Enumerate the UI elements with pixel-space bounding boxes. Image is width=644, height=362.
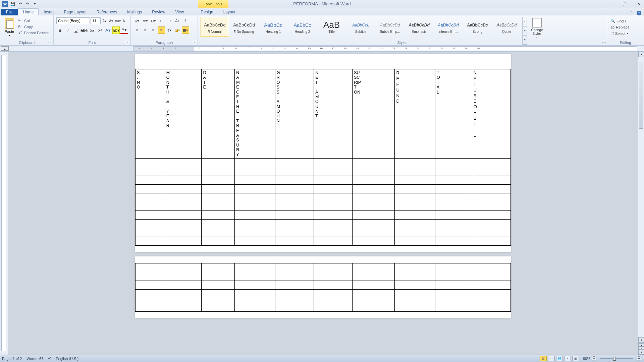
zoom-out-button[interactable]: − [592, 356, 596, 361]
clipboard-dialog-launcher[interactable]: ↘ [49, 41, 52, 44]
tab-home[interactable]: Home [18, 8, 39, 15]
proofing-icon[interactable]: ✔ [48, 356, 51, 361]
style-item-heading-2[interactable]: AaBbCcHeading 2 [288, 17, 317, 37]
language-status[interactable]: English (U.S.) [56, 357, 78, 361]
qat-more-icon[interactable]: ▾ [32, 1, 38, 7]
multilevel-list-button[interactable]: ⊟▾ [150, 17, 157, 24]
find-button[interactable]: 🔍Find▾ [610, 18, 641, 24]
style-item-heading-1[interactable]: AaBbCcHeading 1 [259, 17, 287, 37]
tab-references[interactable]: References [92, 8, 122, 15]
document-table-2[interactable] [135, 263, 511, 312]
word-app-icon[interactable]: W [2, 1, 8, 7]
style-item--normal[interactable]: AaBbCcDd¶ Normal [201, 17, 229, 37]
table-header-cell[interactable]: NATUREOFBILL [472, 69, 511, 159]
table-header-cell[interactable]: GROSS AMOUNT [275, 69, 314, 159]
zoom-slider-thumb[interactable] [613, 357, 616, 361]
page-viewport[interactable]: S.NOMONTH & YEARDATENAMEOFTHE TREASURYGR… [8, 52, 638, 355]
full-screen-view[interactable]: ▭ [548, 356, 555, 361]
web-layout-view[interactable]: 🌐 [556, 356, 563, 361]
table-header-cell[interactable]: NAMEOFTHE TREASURY [235, 69, 275, 159]
tab-selector[interactable]: L [1, 46, 9, 51]
font-name-select[interactable] [56, 17, 90, 24]
maximize-button[interactable]: ▢ [621, 1, 629, 7]
next-page-button[interactable]: ▾ [638, 349, 644, 355]
bold-button[interactable]: B [56, 26, 64, 34]
outline-view[interactable]: ≡ [564, 356, 571, 361]
align-center-button[interactable]: ≡ [142, 26, 149, 34]
clear-formatting-button[interactable]: Aͯ [121, 17, 127, 24]
document-table[interactable]: S.NOMONTH & YEARDATENAMEOFTHE TREASURYGR… [135, 69, 511, 246]
font-color-button[interactable]: A▾ [120, 26, 128, 34]
save-icon[interactable]: 💾 [10, 1, 15, 7]
font-dialog-launcher[interactable]: ↘ [126, 41, 129, 44]
style-item-emphasis[interactable]: AaBbCcDdEmphasis [405, 17, 433, 37]
style-item-title[interactable]: AaBTitle [317, 17, 346, 37]
style-item-quote[interactable]: AaBbCcDdQuote [492, 17, 521, 37]
text-effects-button[interactable]: A▾ [104, 26, 112, 34]
zoom-in-button[interactable]: + [637, 356, 641, 361]
decrease-indent-button[interactable]: ⇤ [158, 17, 165, 24]
style-item-strong[interactable]: AaBbCcDcStrong [463, 17, 492, 37]
change-case-button[interactable]: Aa▾ [115, 17, 121, 24]
zoom-level[interactable]: 80% [583, 357, 590, 361]
align-right-button[interactable]: ≡ [150, 26, 157, 34]
close-button[interactable]: ✕ [635, 1, 643, 7]
style-item-subtle-emp-[interactable]: AaBbCcDdSubtle Emp... [376, 17, 404, 37]
browse-object-buttons[interactable]: ▴○ [638, 343, 644, 349]
horizontal-ruler[interactable]: 1234567891011121314151617181920212223242… [133, 46, 637, 51]
bullets-button[interactable]: ≡▾ [133, 17, 141, 24]
style-item-subtitle[interactable]: AaBbCcLSubtitle [346, 17, 375, 37]
strikethrough-button[interactable]: abc [80, 26, 88, 34]
font-size-select[interactable] [91, 17, 101, 24]
replace-button[interactable]: abReplace [610, 24, 641, 30]
scroll-up-button[interactable]: ▴ [638, 52, 644, 57]
table-header-cell[interactable]: SUSCRIPTION [353, 69, 395, 159]
table-header-cell[interactable]: TOTAL [435, 69, 472, 159]
page-status[interactable]: Page: 1 of 2 [2, 357, 22, 361]
word-count[interactable]: Words: 67 [26, 357, 43, 361]
grow-font-button[interactable]: A▴ [101, 17, 107, 24]
tab-view[interactable]: View [170, 8, 189, 15]
table-header-cell[interactable]: REFUND [395, 69, 435, 159]
shrink-font-button[interactable]: A▾ [108, 17, 114, 24]
styles-gallery[interactable]: AaBbCcDd¶ NormalAaBbCcDd¶ No SpacingAaBb… [201, 17, 521, 37]
print-layout-view[interactable]: ▤ [540, 356, 547, 361]
increase-indent-button[interactable]: ⇥ [166, 17, 173, 24]
paragraph-dialog-launcher[interactable]: ↘ [193, 41, 196, 44]
subscript-button[interactable]: x₂ [89, 26, 96, 34]
draft-view[interactable]: ▦ [572, 356, 579, 361]
style-item--no-spacing[interactable]: AaBbCcDd¶ No Spacing [230, 17, 258, 37]
minimize-ribbon-icon[interactable]: ⌃ [630, 11, 633, 15]
table-header-cell[interactable]: DATE [202, 69, 235, 159]
zoom-slider[interactable] [600, 358, 633, 359]
align-left-button[interactable]: ≡ [133, 26, 141, 34]
highlight-button[interactable]: ab▾ [112, 26, 120, 34]
table-header-cell[interactable]: MONTH & YEAR [165, 69, 202, 159]
scroll-thumb[interactable] [639, 62, 643, 129]
cut-button[interactable]: ✂Cut [17, 18, 49, 23]
borders-button[interactable]: ▦▾ [182, 26, 189, 34]
minimize-button[interactable]: — [606, 1, 614, 7]
superscript-button[interactable]: x² [96, 26, 104, 34]
file-tab[interactable]: File [1, 9, 18, 15]
italic-button[interactable]: I [64, 26, 72, 34]
redo-icon[interactable]: ↷ [25, 1, 30, 7]
vertical-scrollbar[interactable]: ▴ ▾ ▴○ ▾ [638, 52, 644, 355]
copy-button[interactable]: ⎘Copy [17, 24, 49, 29]
select-button[interactable]: ⬚Select▾ [610, 31, 641, 36]
scroll-down-button[interactable]: ▾ [638, 337, 644, 343]
underline-button[interactable]: U [72, 26, 80, 34]
shading-button[interactable]: ◪▾ [174, 26, 181, 34]
sort-button[interactable]: A↓ [174, 17, 181, 24]
undo-icon[interactable]: ↶ [17, 1, 23, 7]
format-painter-button[interactable]: 🖌Format Painter [17, 30, 49, 36]
tab-mailings[interactable]: Mailings [122, 8, 147, 15]
vertical-ruler[interactable] [0, 52, 8, 355]
help-icon[interactable]: ? [637, 11, 641, 15]
tab-page-layout[interactable]: Page Layout [59, 8, 91, 15]
line-spacing-button[interactable]: ‡▾ [166, 26, 173, 34]
tab-insert[interactable]: Insert [39, 8, 59, 15]
styles-dialog-launcher[interactable]: ↘ [602, 41, 605, 44]
tab-review[interactable]: Review [147, 8, 170, 15]
table-header-cell[interactable]: NET AMOUNT [314, 69, 353, 159]
